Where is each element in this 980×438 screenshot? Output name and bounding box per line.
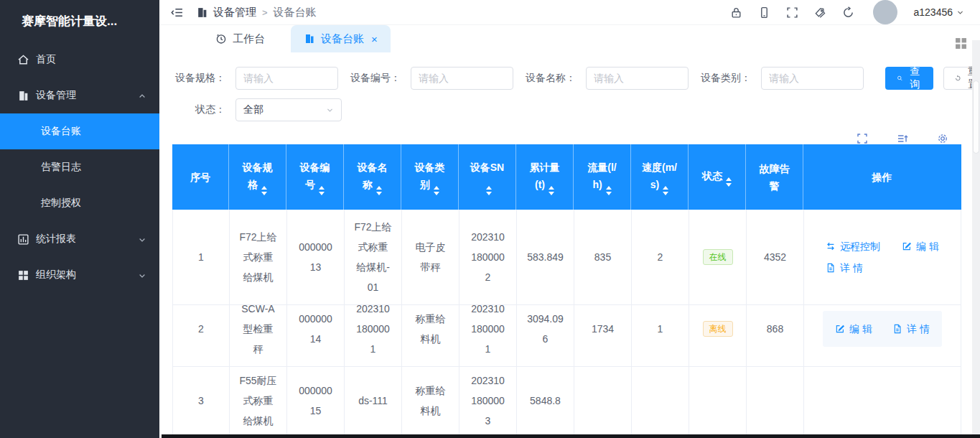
sort-icon[interactable] <box>663 186 668 195</box>
sidebar-item-4[interactable]: 控制授权 <box>0 185 159 221</box>
sort-icon[interactable] <box>319 186 325 195</box>
column-label: 设备规格 <box>238 159 276 195</box>
table-body: 1F72上给式称重给煤机00000013F72上给式称重给煤机-01电子皮带秤2… <box>172 210 961 438</box>
chart-icon <box>17 233 29 246</box>
tab-1[interactable]: 设备台账× <box>291 25 391 52</box>
sort-icon[interactable] <box>606 186 612 195</box>
filter-input-3[interactable] <box>761 67 864 90</box>
cell-total: 3094.096 <box>517 292 574 367</box>
column-header-8[interactable]: 速度(m/s) <box>631 144 689 210</box>
sort-icon[interactable] <box>486 186 492 195</box>
fullscreen-icon[interactable] <box>786 6 798 19</box>
tab-label: 设备台账 <box>321 32 364 46</box>
column-label: 累计量(t) <box>526 159 564 195</box>
sidebar-item-0[interactable]: 首页 <box>0 42 159 78</box>
cell-code: 00000014 <box>287 292 345 367</box>
sort-icon[interactable] <box>376 186 382 195</box>
column-settings-icon[interactable] <box>897 133 908 144</box>
cell-category: 称重给料机 <box>402 361 459 438</box>
chevron-down-icon <box>326 106 334 114</box>
column-header-3[interactable]: 设备名称 <box>344 144 401 210</box>
filter-label: 设备编号： <box>350 72 401 85</box>
sort-icon[interactable] <box>261 186 267 195</box>
chevron-down-icon <box>956 9 964 17</box>
sidebar-item-5[interactable]: 统计报表 <box>0 221 159 257</box>
tab-close-icon[interactable]: × <box>371 34 378 45</box>
actions-highlight: 编 辑详 情 <box>823 311 942 347</box>
org-icon <box>17 269 29 281</box>
table-row-0: 1F72上给式称重给煤机00000013F72上给式称重给煤机-01电子皮带秤2… <box>172 210 961 292</box>
chevron-down-icon <box>138 271 146 279</box>
sort-icon[interactable] <box>434 186 439 195</box>
column-header-1[interactable]: 设备规格 <box>229 144 286 210</box>
filter-row: 设备规格：设备编号：设备名称：设备类别：查 询重 置 <box>175 67 980 90</box>
action-label: 编 辑 <box>849 319 872 339</box>
search-button[interactable]: 查 询 <box>885 67 933 90</box>
settings-icon[interactable] <box>937 133 948 144</box>
tab-0[interactable]: 工作台 <box>202 25 278 52</box>
status-filter-row: 状态： 全部 <box>175 98 980 121</box>
lock-icon[interactable] <box>730 6 742 19</box>
breadcrumb-parent[interactable]: 设备管理 <box>213 6 256 19</box>
sidebar-item-1[interactable]: 设备管理 <box>0 78 159 113</box>
avatar[interactable] <box>873 0 897 24</box>
cell-spec: F55耐压式称重给煤机 <box>230 361 287 438</box>
action-edit-link[interactable]: 编 辑 <box>835 319 872 339</box>
search-button-label: 查 询 <box>908 65 922 91</box>
tags-icon[interactable] <box>814 6 826 19</box>
filter-field-2: 设备名称： <box>526 67 689 90</box>
scrollbar-thumb[interactable] <box>973 80 979 154</box>
cell-seq: 2 <box>173 292 230 367</box>
column-header-10: 故障告警 <box>746 144 803 210</box>
sort-icon[interactable] <box>726 177 732 187</box>
column-header-9[interactable]: 状态 <box>689 144 746 210</box>
action-edit-link[interactable]: 编 辑 <box>902 236 939 256</box>
breadcrumb-separator: > <box>262 7 268 18</box>
cell-code: 00000015 <box>287 361 345 438</box>
action-file-link[interactable]: 详 情 <box>892 319 930 339</box>
cell-total: 5848.8 <box>517 361 574 438</box>
cell-sn: 2023101800003 <box>459 361 517 438</box>
status-select[interactable]: 全部 <box>235 98 342 121</box>
table-toolbar <box>159 133 980 144</box>
action-file-link[interactable]: 详 情 <box>826 258 863 278</box>
cell-status <box>689 361 747 438</box>
filter-panel: 设备规格：设备编号：设备名称：设备类别：查 询重 置 状态： 全部 <box>159 52 980 133</box>
cell-actions <box>804 361 961 438</box>
menu-fold-icon[interactable] <box>171 6 183 19</box>
scrollbar-track[interactable] <box>972 40 980 434</box>
column-header-4[interactable]: 设备类别 <box>401 144 459 210</box>
column-header-6[interactable]: 累计量(t) <box>516 144 574 210</box>
filter-input-0[interactable] <box>235 67 338 90</box>
sidebar-item-label: 告警日志 <box>41 161 81 174</box>
cell-speed: 1 <box>632 292 689 367</box>
action-label: 详 情 <box>840 258 863 278</box>
filter-input-1[interactable] <box>411 67 513 90</box>
column-label: 故障告警 <box>755 160 793 195</box>
sidebar-item-2[interactable]: 设备台账 <box>0 113 159 149</box>
column-header-5[interactable]: 设备SN <box>459 144 516 210</box>
cell-seq: 3 <box>173 361 230 438</box>
action-swap-link[interactable]: 远程控制 <box>826 236 880 256</box>
action-label: 编 辑 <box>916 236 939 256</box>
column-header-2[interactable]: 设备编号 <box>286 144 344 210</box>
status-badge: 在线 <box>703 249 733 265</box>
tab-options-grid-icon[interactable] <box>955 37 967 50</box>
sort-icon[interactable] <box>549 186 554 195</box>
filter-input-2[interactable] <box>586 67 689 90</box>
chevron-up-icon <box>138 91 146 100</box>
mobile-icon[interactable] <box>758 6 770 19</box>
sidebar-item-3[interactable]: 告警日志 <box>0 149 159 185</box>
refresh-icon[interactable] <box>842 6 854 19</box>
user-menu[interactable]: a123456 <box>913 6 964 18</box>
file-icon <box>892 324 902 334</box>
topbar: 设备管理 > 设备台账 a123456 <box>159 0 980 25</box>
status-badge: 离线 <box>703 321 733 337</box>
sidebar-item-label: 控制授权 <box>41 197 81 210</box>
sidebar-item-6[interactable]: 组织架构 <box>0 257 159 293</box>
expand-icon[interactable] <box>857 133 868 144</box>
building-icon <box>304 33 315 45</box>
column-header-7[interactable]: 流量(l/h) <box>574 144 631 210</box>
device-table: 序号设备规格设备编号设备名称设备类别设备SN累计量(t)流量(l/h)速度(m/… <box>172 144 961 438</box>
filter-field-1: 设备编号： <box>350 67 513 90</box>
